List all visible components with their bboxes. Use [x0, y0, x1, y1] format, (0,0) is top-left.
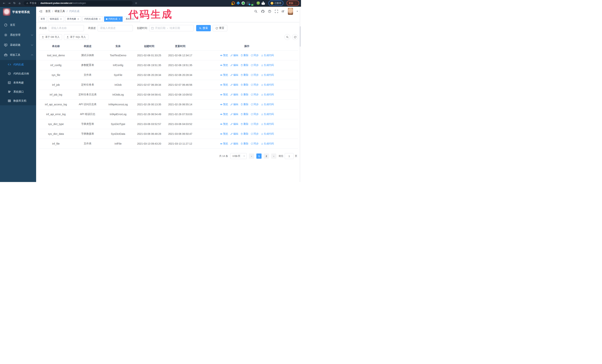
preview-link[interactable]: 预览	[220, 132, 228, 135]
page-button-2[interactable]: 2	[264, 154, 269, 159]
generate-code-link[interactable]: 生成代码	[261, 63, 274, 67]
browser-reload-icon[interactable]: ↻	[12, 1, 17, 5]
extension-icon[interactable]	[236, 1, 240, 5]
tab-system-api[interactable]: 系统接口 ×	[124, 16, 140, 22]
search-button[interactable]: 搜索	[196, 25, 211, 31]
sidebar-item-db-doc[interactable]: 数据库文档	[0, 96, 36, 105]
scrollbar[interactable]	[299, 7, 301, 182]
sidebar-item-dev-tools[interactable]: 研发工具	[0, 50, 36, 60]
goto-page-input[interactable]	[285, 153, 294, 159]
close-icon[interactable]: ×	[98, 18, 101, 20]
edit-link[interactable]: 编辑	[230, 54, 238, 57]
delete-link[interactable]: 删除	[241, 93, 248, 96]
browser-forward-icon[interactable]: →	[7, 1, 11, 5]
generate-code-link[interactable]: 生成代码	[261, 142, 274, 145]
page-button-1[interactable]: 1	[256, 154, 262, 159]
sidebar-item-form-builder[interactable]: 表单构建	[0, 78, 36, 87]
extension-icon[interactable]: ✓	[242, 1, 245, 5]
preview-link[interactable]: 预览	[220, 93, 228, 96]
sidebar-item-codegen[interactable]: 代码生成	[0, 60, 36, 69]
delete-link[interactable]: 删除	[241, 63, 248, 67]
close-icon[interactable]: ×	[118, 18, 121, 20]
profile-paused-chip[interactable]: 已暂停	[269, 0, 283, 6]
extension-icon[interactable]	[232, 1, 235, 5]
github-icon[interactable]	[261, 10, 265, 13]
browser-home-icon[interactable]: ⌂	[17, 1, 22, 5]
generate-code-link[interactable]: 生成代码	[261, 103, 274, 106]
preview-link[interactable]: 预览	[220, 103, 228, 106]
generate-code-link[interactable]: 生成代码	[261, 113, 274, 116]
generate-code-link[interactable]: 生成代码	[261, 122, 274, 126]
sync-link[interactable]: 同步	[251, 83, 258, 86]
tab-tracing[interactable]: 链路追踪 ×	[48, 16, 64, 22]
close-icon[interactable]: ×	[60, 18, 62, 20]
sync-link[interactable]: 同步	[251, 93, 258, 96]
extension-icon[interactable]	[247, 1, 250, 5]
import-sql-button[interactable]: 基于 SQL 导入	[64, 34, 88, 40]
extension-icon[interactable]	[252, 1, 255, 5]
import-db-button[interactable]: 基于 DB 导入	[39, 34, 62, 40]
browser-menu-icon[interactable]: ⋮	[295, 2, 297, 4]
reset-button[interactable]: 重置	[213, 25, 227, 31]
preview-link[interactable]: 预览	[220, 83, 228, 86]
sidebar-item-home[interactable]: 首页	[0, 20, 36, 30]
sidebar-item-system[interactable]: 系统管理	[0, 30, 36, 40]
next-page-button[interactable]: ›	[271, 154, 276, 159]
sync-link[interactable]: 同步	[251, 103, 258, 106]
sync-link[interactable]: 同步	[251, 73, 258, 77]
search-icon[interactable]	[254, 10, 258, 13]
caret-down-icon[interactable]	[297, 11, 298, 12]
close-icon[interactable]: ×	[135, 18, 138, 20]
tab-codegen-example[interactable]: 代码生成示例 ×	[82, 16, 103, 22]
preview-link[interactable]: 预览	[220, 73, 228, 77]
generate-code-link[interactable]: 生成代码	[261, 93, 274, 96]
font-size-icon[interactable]: tT	[282, 10, 284, 13]
edit-link[interactable]: 编辑	[230, 113, 238, 116]
extension-icon[interactable]	[257, 1, 260, 5]
table-desc-input[interactable]: 请输入表描述	[98, 25, 133, 31]
generate-code-link[interactable]: 生成代码	[261, 132, 274, 135]
delete-link[interactable]: 删除	[241, 122, 248, 126]
generate-code-link[interactable]: 生成代码	[261, 73, 274, 77]
date-range-picker[interactable]: 开始日期 - 结束日期	[149, 25, 194, 31]
sync-link[interactable]: 同步	[251, 122, 258, 126]
breadcrumb-dev-tools[interactable]: 研发工具	[55, 10, 65, 13]
tab-codegen[interactable]: 代码生成 ×	[104, 16, 123, 22]
delete-link[interactable]: 删除	[241, 113, 248, 116]
preview-link[interactable]: 预览	[220, 63, 228, 67]
sync-link[interactable]: 同步	[251, 142, 258, 145]
help-icon[interactable]	[268, 10, 271, 13]
delete-link[interactable]: 删除	[241, 142, 248, 145]
breadcrumb-home[interactable]: 首页	[45, 10, 51, 13]
delete-link[interactable]: 删除	[241, 73, 248, 77]
delete-link[interactable]: 删除	[241, 54, 248, 57]
generate-code-link[interactable]: 生成代码	[261, 83, 274, 86]
fullscreen-icon[interactable]	[275, 10, 278, 13]
edit-link[interactable]: 编辑	[230, 122, 238, 126]
sidebar-item-system-api[interactable]: 系统接口	[0, 87, 36, 96]
close-icon[interactable]: ×	[77, 18, 79, 20]
extensions-puzzle-icon[interactable]	[262, 1, 265, 5]
tab-form-builder[interactable]: 表单构建 ×	[65, 16, 81, 22]
preview-link[interactable]: 预览	[220, 142, 228, 145]
toggle-search-button[interactable]	[284, 34, 290, 40]
sync-link[interactable]: 同步	[251, 63, 258, 67]
user-avatar[interactable]	[288, 8, 293, 15]
edit-link[interactable]: 编辑	[230, 63, 238, 67]
sidebar-fold-icon[interactable]	[39, 10, 43, 13]
delete-link[interactable]: 删除	[241, 83, 248, 86]
tab-home[interactable]: 首页	[39, 16, 47, 22]
edit-link[interactable]: 编辑	[230, 132, 238, 135]
sync-link[interactable]: 同步	[251, 132, 258, 135]
sidebar-item-codegen-example[interactable]: 代码生成示例	[0, 69, 36, 78]
chrome-update-button[interactable]: 更新 ⋮	[287, 0, 299, 6]
sidebar-item-infrastructure[interactable]: 基础设施	[0, 40, 36, 50]
bookmark-star-icon[interactable]: ☆	[135, 1, 137, 5]
sync-link[interactable]: 同步	[251, 113, 258, 116]
prev-page-button[interactable]: ‹	[249, 154, 254, 159]
edit-link[interactable]: 编辑	[230, 93, 238, 96]
generate-code-link[interactable]: 生成代码	[261, 54, 274, 57]
preview-link[interactable]: 预览	[220, 122, 228, 126]
browser-back-icon[interactable]: ←	[2, 1, 6, 5]
sync-link[interactable]: 同步	[251, 54, 258, 57]
